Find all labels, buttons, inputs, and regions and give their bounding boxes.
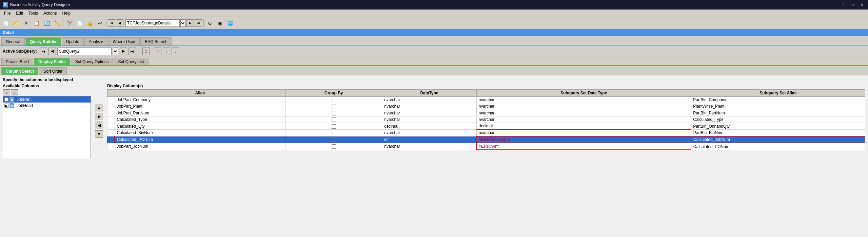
tab-subquery-options[interactable]: SubQuery Options — [71, 58, 113, 65]
table-row[interactable]: ▶Calculated_PONumint#ERR?#nvarcharCalcul… — [107, 136, 865, 143]
menu-file[interactable]: File — [1, 10, 13, 17]
list-item-jobhead[interactable]: ▶ ▦ JobHead — [3, 103, 91, 109]
ring-btn[interactable]: ◉ — [215, 18, 225, 28]
move-left-button[interactable]: ◀ — [95, 122, 103, 129]
paste-button[interactable]: 📄 — [75, 18, 84, 28]
row-alias[interactable]: JobPart_JobNum — [115, 143, 285, 150]
subquery-dropdown[interactable] — [113, 48, 118, 55]
copy-button[interactable]: 📋 — [32, 18, 41, 28]
table-row[interactable]: Calculated_QtydecimaldecimalPartBin_Onha… — [107, 123, 865, 130]
row-groupby[interactable] — [285, 103, 382, 110]
edit-button[interactable]: ✏️ — [52, 18, 62, 28]
table-row[interactable]: JobPart_PlantnvarcharnvarcharPlantWhse_P… — [107, 103, 865, 110]
menu-edit[interactable]: Edit — [13, 10, 26, 17]
table-row[interactable]: JobPart_CompanynvarcharnvarcharPartBin_C… — [107, 97, 865, 103]
groupby-checkbox[interactable] — [332, 98, 336, 102]
row-datatype: nvarchar — [382, 110, 477, 116]
circle-btn[interactable]: ⊙ — [205, 18, 215, 28]
tab-sort-order[interactable]: Sort Order — [39, 67, 67, 75]
expand-jobpart[interactable]: ▼ — [4, 97, 8, 102]
groupby-checkbox[interactable] — [332, 131, 336, 135]
tab-query-builder[interactable]: Query Builder — [25, 37, 61, 45]
row-alias[interactable]: Calculated_Type — [115, 116, 285, 123]
tab-phrase-build[interactable]: Phrase Build — [1, 58, 33, 65]
groupby-checkbox[interactable] — [332, 144, 336, 149]
table-icon-jobpart: ▦ — [9, 97, 14, 102]
menu-bar: File Edit Tools Actions Help — [0, 10, 868, 17]
groupby-checkbox[interactable] — [332, 124, 336, 129]
row-alias[interactable]: JobPart_Plant — [115, 103, 285, 110]
cut-button[interactable]: ✂️ — [65, 18, 74, 28]
row-groupby[interactable] — [285, 123, 382, 130]
tab-display-fields[interactable]: Display Fields — [34, 58, 70, 65]
menu-tools[interactable]: Tools — [26, 10, 41, 17]
query-dropdown[interactable] — [180, 19, 186, 27]
move-up-button[interactable]: ▲ — [95, 104, 103, 111]
tab-update[interactable]: Update — [62, 37, 84, 45]
open-button[interactable]: 📂 — [12, 18, 21, 28]
sq-nav-next[interactable]: ▶ — [120, 48, 127, 55]
row-groupby[interactable] — [285, 97, 382, 103]
menu-actions[interactable]: Actions — [41, 10, 59, 17]
sq-move-down[interactable]: ↓ — [172, 48, 179, 55]
nav-first-button[interactable]: ⏮ — [108, 19, 115, 27]
row-alias[interactable]: Calculated_PONum — [115, 136, 285, 143]
sort-button[interactable]: ↕ — [3, 89, 10, 95]
maximize-button[interactable]: □ — [849, 2, 856, 7]
sq-nav-last[interactable]: ⏭ — [129, 48, 136, 55]
groupby-checkbox[interactable] — [332, 111, 336, 115]
new-button[interactable]: 📄 — [1, 18, 11, 28]
table-row[interactable]: JobPart_JobNumnvarchar#ERR?#intCalculate… — [107, 143, 865, 150]
delete-button[interactable]: ✕ — [22, 18, 31, 28]
dot-button[interactable]: . — [11, 89, 18, 95]
menu-help[interactable]: Help — [59, 10, 73, 17]
refresh-button[interactable]: 🔄 — [42, 18, 52, 28]
groupby-checkbox[interactable] — [332, 117, 336, 122]
row-groupby[interactable] — [285, 116, 382, 123]
global-btn[interactable]: 🌐 — [225, 18, 235, 28]
tab-subquery-list[interactable]: SubQuery List — [114, 58, 148, 65]
list-item-jobpart[interactable]: ▼ ▦ JobPart — [3, 96, 91, 103]
row-alias[interactable]: JobPart_Company — [115, 97, 285, 103]
tab-analyze[interactable]: Analyze — [84, 37, 108, 45]
groupby-checkbox[interactable] — [332, 138, 336, 142]
tab-column-select[interactable]: Column Select — [1, 67, 38, 75]
move-right-button[interactable]: ▶ — [95, 113, 103, 120]
row-groupby[interactable] — [285, 136, 382, 143]
sq-add-btn[interactable]: □ — [142, 48, 150, 55]
tab-where-used[interactable]: Where Used — [108, 37, 140, 45]
sq-delete-btn[interactable]: ✕ — [154, 48, 161, 55]
row-indicator — [107, 143, 115, 150]
move-down-button[interactable]: ▼ — [95, 130, 103, 138]
lock-button[interactable]: 🔒 — [85, 18, 95, 28]
sq-nav-first[interactable]: ⏮ — [40, 48, 47, 55]
nav-prev-button[interactable]: ◀ — [116, 19, 123, 27]
expand-jobhead[interactable]: ▶ — [4, 104, 8, 108]
row-alias[interactable]: Calculated_Qty — [115, 123, 285, 130]
tab-baq-search[interactable]: BAQ Search — [140, 37, 172, 45]
table-row[interactable]: Calculated_BinNumnvarcharnvarcharPartBin… — [107, 129, 865, 136]
query-name-input[interactable] — [125, 19, 180, 27]
col-groupby: Group By — [285, 90, 382, 97]
groupby-checkbox[interactable] — [332, 105, 336, 109]
nav-next-button[interactable]: ▶ — [186, 19, 194, 27]
row-groupby[interactable] — [285, 129, 382, 136]
row-alias[interactable]: JobPart_PartNum — [115, 110, 285, 116]
row-subquery-set-alias: PartBin_OnhandQty — [691, 123, 865, 130]
nav-last-button[interactable]: ⏭ — [195, 19, 202, 27]
undo-button[interactable]: ↩ — [95, 18, 105, 28]
close-button[interactable]: ✕ — [859, 2, 865, 7]
row-groupby[interactable] — [285, 143, 382, 150]
row-datatype: nvarchar — [382, 143, 477, 150]
table-row[interactable]: Calculated_TypenvarcharnvarcharCalculate… — [107, 116, 865, 123]
minimize-button[interactable]: − — [840, 2, 846, 7]
sq-nav-prev[interactable]: ◀ — [48, 48, 56, 55]
subquery-name-input[interactable] — [57, 48, 112, 55]
tab-general[interactable]: General — [1, 37, 25, 45]
table-row[interactable]: JobPart_PartNumnvarcharnvarcharPartBin_P… — [107, 110, 865, 116]
subquery-toolbar: Active SubQuery: ⏮ ◀ ▶ ⏭ | □ ✕ ↑ ↓ — [0, 46, 868, 56]
sq-move-up[interactable]: ↑ — [163, 48, 170, 55]
row-alias[interactable]: Calculated_BinNum — [115, 129, 285, 136]
row-groupby[interactable] — [285, 110, 382, 116]
table-body: JobPart_CompanynvarcharnvarcharPartBin_C… — [107, 97, 865, 150]
